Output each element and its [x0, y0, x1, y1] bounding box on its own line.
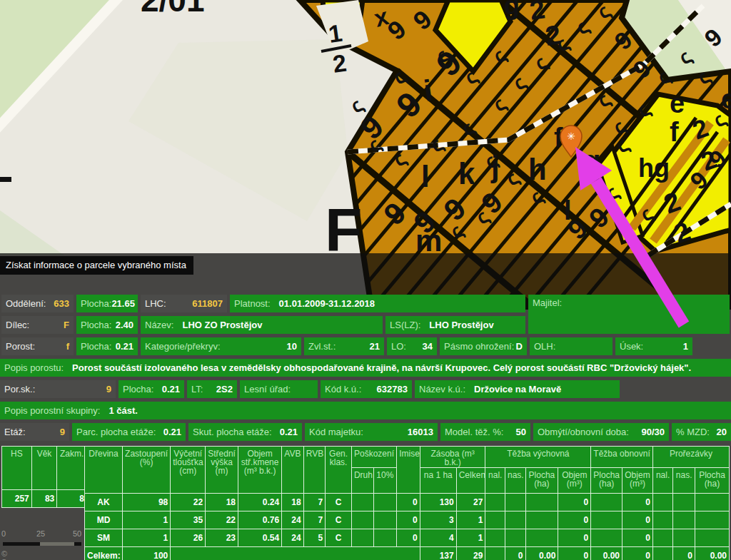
field-value: 633 — [54, 298, 69, 309]
table-cell: 83 — [31, 490, 56, 508]
column-header: Střední výška (m) — [206, 447, 238, 494]
info-field-6-3: Kód majetku:16013 — [305, 423, 438, 441]
table-cell: 0 — [622, 511, 653, 529]
table-cell: 8 — [57, 490, 87, 508]
scale-label: 25 — [36, 529, 45, 538]
table-cell: 0 — [622, 494, 653, 511]
info-field-2-4: LO:34 — [387, 337, 437, 355]
table-cell — [351, 529, 373, 547]
table-cell — [695, 511, 729, 529]
info-field-4-3: Lesní úřad: — [240, 380, 318, 398]
column-header: RVB — [303, 447, 326, 494]
column-subheader: na 1 ha — [420, 468, 456, 494]
field-value: f — [66, 341, 69, 352]
table-cell: 130 — [420, 494, 456, 511]
field-label: LO: — [391, 341, 406, 352]
table-cell — [485, 494, 505, 511]
field-label: Plocha: — [81, 341, 111, 352]
field-value: D — [516, 341, 523, 352]
map-label: m — [415, 224, 442, 258]
scale-label: 0 — [1, 529, 6, 538]
table-cell: 7 — [303, 511, 326, 529]
map-tooltip: Získat informace o parcele vybraného mís… — [0, 256, 193, 275]
field-label: LHC: — [145, 298, 166, 309]
table-cell: 0 — [558, 529, 591, 547]
map-label: k — [458, 157, 475, 190]
field-value: 9 — [60, 427, 65, 437]
column-header: Gen. klas. — [326, 447, 352, 494]
column-subheader: nal. — [485, 468, 505, 494]
info-field-0-3: Platnost:01.01.2009-31.12.2018 — [230, 295, 525, 312]
field-label: Parc. plocha etáže: — [76, 427, 156, 437]
field-value: 20 — [717, 427, 727, 437]
table-cell — [351, 511, 373, 529]
field-label: Zvl.st.: — [308, 341, 336, 352]
info-field-3-0: Popis porostu:Porost součástí izolovanéh… — [0, 359, 731, 377]
table-cell — [673, 494, 695, 511]
map-scalebar: 0 25 50 — [1, 529, 94, 546]
info-field-4-2: LT:2S2 — [187, 380, 237, 398]
table-cell: 22 — [206, 511, 238, 529]
info-field-2-5: Pásmo ohrožení:D — [440, 337, 527, 355]
table-cell — [171, 547, 420, 560]
column-subheader: Celkem — [456, 468, 485, 494]
table-cell: 137 — [420, 547, 456, 560]
column-header: HS — [2, 447, 32, 490]
info-field-2-0: Porost:f — [1, 337, 74, 355]
map-label: l — [421, 160, 430, 193]
field-label: Por.sk.: — [4, 384, 35, 394]
stand-summary-table: HSVěkZakm.257838 — [1, 446, 87, 508]
field-value: 9 — [106, 384, 111, 394]
table-cell: 24 — [282, 529, 304, 547]
field-label: Úsek: — [620, 341, 643, 352]
column-header: Těžba výchovná — [485, 447, 591, 468]
field-label: Název: — [145, 320, 173, 330]
field-value: 2S2 — [216, 384, 233, 394]
field-value: 01.01.2009-31.12.2018 — [279, 298, 375, 309]
info-field-2-7: Úsek:1 — [615, 337, 692, 355]
table-cell: 29 — [456, 547, 485, 560]
column-subheader: 10% — [373, 468, 397, 494]
table-cell: 22 — [171, 494, 206, 511]
info-field-6-0: Etáž:9 — [0, 423, 69, 441]
table-cell — [673, 511, 695, 529]
field-value: 21 — [370, 341, 380, 352]
table-row: SM126230.54245C04100 — [85, 529, 730, 547]
column-header: AVB — [282, 447, 304, 494]
table-cell — [652, 494, 673, 511]
table-cell — [373, 494, 397, 511]
table-cell — [373, 529, 397, 547]
table-cell: 0.76 — [238, 511, 282, 529]
field-label: Kód majetku: — [309, 427, 363, 437]
table-row: 257838 — [2, 490, 87, 508]
table-cell — [695, 494, 729, 511]
svg-text:✳: ✳ — [567, 131, 575, 142]
table-cell: 4 — [420, 529, 456, 547]
field-value: 34 — [423, 341, 433, 352]
table-cell: 35 — [171, 511, 206, 529]
field-label: Popis porostní skupiny: — [4, 405, 100, 416]
table-cell: 0 — [673, 547, 695, 560]
table-cell — [485, 511, 505, 529]
column-header: Dřevina — [85, 447, 123, 494]
table-cell: MD — [85, 511, 123, 529]
field-label: Název k.ú.: — [419, 384, 465, 394]
info-field-1-1: Plocha:2.40 — [76, 316, 138, 334]
table-cell — [591, 529, 622, 547]
table-cell: 5 — [303, 529, 326, 547]
table-cell: 1 — [456, 529, 485, 547]
column-header: Prořezávky — [652, 447, 729, 468]
field-label: Oddělení: — [6, 298, 46, 309]
field-label: % MZD: — [676, 427, 710, 437]
field-label: Majitel: — [533, 297, 562, 308]
column-subheader: Plocha (ha) — [591, 468, 622, 494]
field-label: LS(LZ): — [390, 320, 420, 330]
column-subheader: Druh — [351, 468, 373, 494]
field-label: Platnost: — [234, 298, 271, 309]
map-label: f — [670, 117, 679, 147]
field-label: Obmýtí/obnovní doba: — [538, 427, 629, 437]
info-field-4-5: Název k.ú.:Držovice na Moravě — [415, 380, 620, 398]
scale-label: 50 — [73, 529, 81, 538]
field-value: 0.21 — [162, 384, 180, 394]
info-field-1-2: Název:LHO ZO Prostějov — [141, 316, 383, 334]
